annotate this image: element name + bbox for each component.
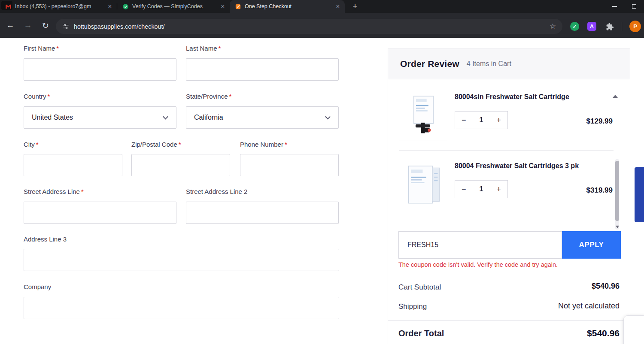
reload-button[interactable]: ↻	[38, 18, 53, 33]
forward-button[interactable]: →	[21, 18, 35, 33]
chevron-down-icon	[325, 114, 331, 120]
minimize-icon	[612, 6, 617, 7]
browser-window: Inbox (4,553) - pepeeloro7@gm × Verify C…	[0, 0, 644, 344]
item-name: 80004 Freshwater Salt Cartridges 3 pk	[455, 162, 579, 170]
required-marker: *	[56, 45, 59, 52]
extensions-puzzle-icon[interactable]	[605, 21, 615, 32]
last-name-label: Last Name*	[186, 45, 221, 52]
quantity-stepper: − 1 +	[455, 111, 508, 129]
item-name: 80004sin Freshwater Salt Cartridge	[455, 93, 569, 101]
subtotal-label: Cart Subtotal	[398, 283, 441, 292]
totals-divider	[388, 320, 630, 321]
items-scrollbar[interactable]	[615, 159, 619, 229]
phone-label: Phone Number*	[240, 141, 287, 148]
tab-close-icon[interactable]: ×	[106, 3, 113, 10]
tab-title: One Step Checkout	[245, 3, 331, 9]
street2-label: Street Address Line 2	[186, 188, 247, 195]
company-label: Company	[24, 283, 51, 290]
phone-input[interactable]	[240, 154, 339, 176]
tab-strip: Inbox (4,553) - pepeeloro7@gm × Verify C…	[0, 0, 644, 13]
browser-chrome: Inbox (4,553) - pepeeloro7@gm × Verify C…	[0, 0, 644, 38]
street2-input[interactable]	[186, 202, 339, 224]
city-label: City*	[24, 141, 39, 148]
state-select[interactable]: California	[186, 106, 339, 129]
tab-title: Inbox (4,553) - pepeeloro7@gm	[15, 3, 103, 9]
coupon-code-input[interactable]	[398, 231, 562, 259]
tab-gmail[interactable]: Inbox (4,553) - pepeeloro7@gm ×	[0, 0, 117, 13]
url-text: hottubspasupplies.com/checkout/	[74, 23, 164, 30]
bookmark-star-icon[interactable]: ☆	[550, 22, 556, 31]
zip-label: Zip/Postal Code*	[131, 141, 181, 148]
order-total-label: Order Total	[398, 329, 444, 338]
order-total-value: $540.96	[587, 328, 620, 338]
first-name-input[interactable]	[24, 58, 176, 81]
minimize-button[interactable]	[605, 0, 624, 13]
maximize-icon	[632, 4, 636, 9]
qty-plus-button[interactable]: +	[496, 185, 501, 194]
subtotal-value: $540.96	[592, 282, 620, 291]
tab-simplycodes[interactable]: Verify Codes — SimplyCodes ×	[117, 0, 230, 13]
quantity-stepper: − 1 +	[455, 180, 508, 198]
order-review-header: Order Review 4 Items in Cart	[388, 48, 630, 79]
tab-checkout-active[interactable]: One Step Checkout ×	[230, 0, 345, 13]
address3-label: Address Line 3	[24, 235, 67, 243]
shipping-value: Not yet calculated	[558, 302, 620, 311]
qty-minus-button[interactable]: −	[462, 185, 466, 194]
scrollbar-thumb[interactable]	[615, 161, 619, 221]
chat-widget-button[interactable]	[623, 315, 644, 344]
required-marker: *	[81, 188, 84, 195]
last-name-input[interactable]	[186, 58, 339, 81]
window-controls	[605, 0, 644, 13]
required-marker: *	[229, 93, 232, 100]
order-review-panel: Order Review 4 Items in Cart 80004sin Fr…	[388, 48, 630, 344]
item-price: $129.99	[586, 117, 613, 126]
required-marker: *	[179, 141, 181, 148]
zip-input[interactable]	[131, 154, 230, 176]
profile-avatar[interactable]: P	[629, 21, 641, 32]
site-info-icon[interactable]	[62, 23, 69, 30]
address3-input[interactable]	[24, 249, 339, 271]
new-tab-button[interactable]: +	[349, 0, 361, 12]
street1-label: Street Address Line*	[24, 188, 84, 195]
qty-minus-button[interactable]: −	[462, 116, 466, 125]
back-button[interactable]: ←	[3, 18, 18, 33]
state-label: State/Province*	[186, 93, 231, 100]
coupon-error-message: The coupon code isn't valid. Verify the …	[398, 261, 558, 268]
required-marker: *	[219, 45, 221, 52]
country-label: Country*	[24, 93, 50, 100]
maximize-button[interactable]	[624, 0, 644, 13]
extension-letter-icon[interactable]: A	[587, 22, 596, 31]
qty-value[interactable]: 1	[480, 185, 483, 193]
street1-input[interactable]	[24, 202, 176, 224]
shipping-label: Shipping	[398, 302, 427, 311]
order-review-title: Order Review	[400, 59, 459, 69]
state-value: California	[194, 114, 223, 121]
company-input[interactable]	[24, 297, 339, 319]
scroll-down-icon[interactable]	[616, 226, 619, 228]
city-input[interactable]	[24, 154, 122, 176]
checkout-icon	[235, 3, 241, 10]
tab-close-icon[interactable]: ×	[219, 3, 226, 10]
address-bar[interactable]: hottubspasupplies.com/checkout/ ☆	[56, 19, 562, 34]
chevron-down-icon	[163, 114, 168, 120]
collapse-item-icon[interactable]	[613, 95, 618, 98]
simplycodes-icon	[122, 3, 129, 10]
gmail-icon	[5, 3, 12, 10]
item-divider	[399, 150, 614, 151]
extension-simplycodes-icon[interactable]: ✓	[570, 22, 579, 31]
qty-plus-button[interactable]: +	[496, 116, 501, 125]
tab-title: Verify Codes — SimplyCodes	[132, 3, 216, 9]
required-marker: *	[36, 141, 39, 148]
qty-value[interactable]: 1	[480, 116, 483, 124]
required-marker: *	[48, 93, 50, 100]
apply-coupon-button[interactable]: APPLY	[562, 231, 621, 259]
tab-close-icon[interactable]: ×	[334, 3, 341, 10]
product-image	[399, 92, 448, 141]
first-name-label: First Name*	[24, 45, 59, 52]
required-marker: *	[285, 141, 287, 148]
item-price: $319.99	[586, 186, 613, 195]
country-select[interactable]: United States	[24, 106, 176, 129]
product-image	[399, 161, 448, 210]
country-value: United States	[32, 114, 73, 121]
feedback-side-tab[interactable]	[635, 167, 644, 222]
